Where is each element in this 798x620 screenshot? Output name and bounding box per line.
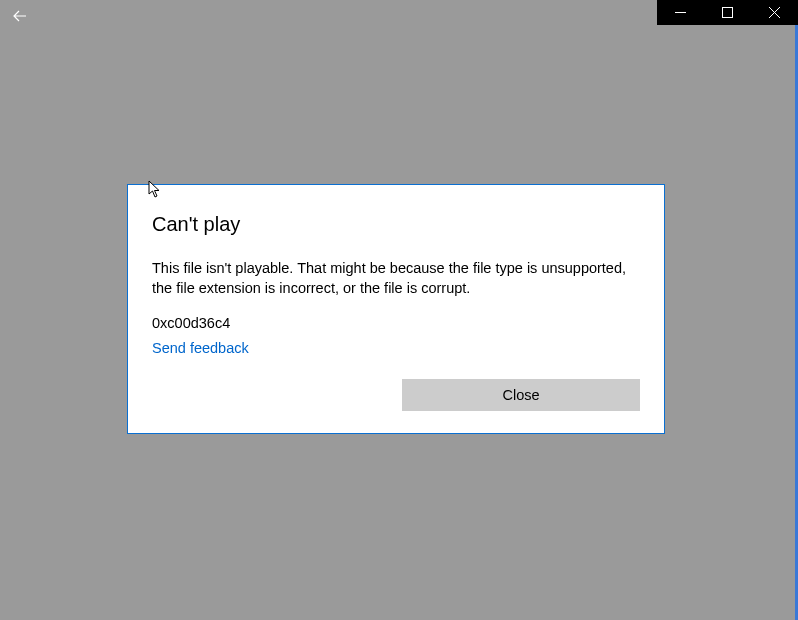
svg-rect-0	[723, 8, 733, 18]
minimize-icon	[675, 7, 686, 18]
maximize-button[interactable]	[704, 0, 751, 25]
maximize-icon	[722, 7, 733, 18]
window-close-button[interactable]	[751, 0, 798, 25]
back-arrow-icon	[12, 8, 28, 24]
window-titlebar	[657, 0, 798, 25]
error-code: 0xc00d36c4	[152, 315, 640, 331]
error-dialog: Can't play This file isn't playable. Tha…	[127, 184, 665, 434]
dialog-message: This file isn't playable. That might be …	[152, 258, 640, 299]
close-icon	[769, 7, 780, 18]
dialog-title: Can't play	[152, 213, 640, 236]
send-feedback-link[interactable]: Send feedback	[152, 340, 249, 356]
close-button[interactable]: Close	[402, 379, 640, 411]
minimize-button[interactable]	[657, 0, 704, 25]
dialog-footer: Close	[152, 379, 640, 411]
back-button[interactable]	[8, 4, 32, 28]
